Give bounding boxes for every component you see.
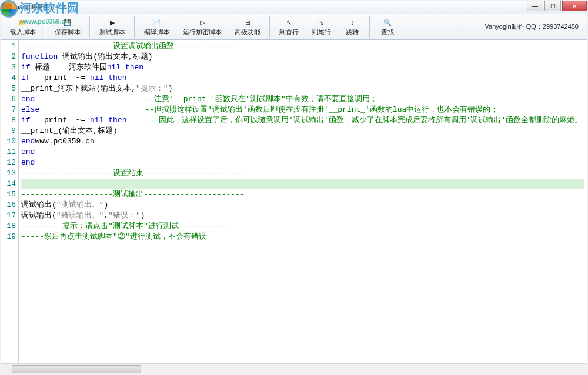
separator bbox=[369, 16, 370, 38]
goto-last-button[interactable]: ↘ 到尾行 bbox=[305, 15, 338, 38]
line-number: 10 bbox=[1, 136, 18, 147]
line-number: 6 bbox=[1, 94, 18, 105]
tool-label: 载入脚本 bbox=[10, 28, 36, 36]
compile-script-button[interactable]: 📄 编译脚本 bbox=[138, 15, 176, 38]
code-line[interactable] bbox=[21, 179, 584, 189]
line-number: 17 bbox=[1, 210, 18, 221]
play-icon: ▶ bbox=[107, 17, 118, 28]
save-script-button[interactable]: 💾 保存脚本 bbox=[48, 15, 87, 38]
editor-area: 12345678910111213141516171819 ----------… bbox=[1, 40, 587, 374]
code-line[interactable]: function 调试输出(输出文本,标题) bbox=[21, 52, 584, 62]
document-icon: 📄 bbox=[152, 17, 162, 28]
maximize-button[interactable]: ☐ bbox=[544, 1, 561, 11]
horizontal-scrollbar[interactable] bbox=[1, 363, 587, 374]
tool-label: 运行加密脚本 bbox=[183, 28, 222, 36]
arrow-top-icon: ↖ bbox=[284, 17, 295, 28]
tool-label: 到首行 bbox=[279, 28, 299, 36]
code-line[interactable]: end bbox=[21, 147, 584, 158]
code-line[interactable]: end --注意'__print_'函数只在"测试脚本"中有效，请不要直接调用； bbox=[21, 94, 584, 105]
line-number: 4 bbox=[1, 73, 18, 83]
line-number: 8 bbox=[1, 115, 18, 126]
code-editor[interactable]: 12345678910111213141516171819 ----------… bbox=[1, 40, 587, 363]
line-gutter: 12345678910111213141516171819 bbox=[1, 40, 19, 363]
code-line[interactable]: if 标题 == 河东软件园nil then bbox=[21, 62, 584, 73]
test-script-button[interactable]: ▶ 测试脚本 bbox=[93, 15, 132, 38]
close-button[interactable]: ✕ bbox=[562, 1, 587, 11]
tool-label: 到尾行 bbox=[312, 28, 331, 36]
app-window: lua编辑调试者 1.3.2 — ☐ ✕ 📂 载入脚本 💾 保存脚本 ▶ 测试脚… bbox=[1, 1, 587, 374]
toolbar: 📂 载入脚本 💾 保存脚本 ▶ 测试脚本 📄 编译脚本 ▷ 运行加密脚本 ⊞ 高… bbox=[1, 14, 587, 40]
arrow-bottom-icon: ↘ bbox=[316, 17, 327, 28]
tool-label: 编译脚本 bbox=[144, 28, 170, 36]
tool-label: 测试脚本 bbox=[99, 28, 125, 36]
code-line[interactable]: --------------------测试输出----------------… bbox=[21, 189, 584, 200]
separator bbox=[134, 16, 135, 38]
line-number: 16 bbox=[1, 200, 18, 210]
arrows-updown-icon: ↕ bbox=[347, 17, 358, 28]
code-line[interactable]: __print_(输出文本,标题) bbox=[21, 126, 584, 136]
load-script-button[interactable]: 📂 载入脚本 bbox=[4, 15, 42, 38]
app-icon bbox=[2, 3, 12, 12]
jump-button[interactable]: ↕ 跳转 bbox=[338, 15, 367, 38]
tool-label: 高级功能 bbox=[235, 28, 260, 36]
windows-icon: ⊞ bbox=[242, 17, 253, 28]
titlebar[interactable]: lua编辑调试者 1.3.2 — ☐ ✕ bbox=[1, 1, 587, 14]
line-number: 7 bbox=[1, 105, 18, 115]
code-line[interactable]: __print_河东下载站(输出文本,"提示：") bbox=[21, 83, 584, 94]
line-number: 3 bbox=[1, 62, 18, 73]
code-line[interactable]: if __print_ ~= nil then bbox=[21, 73, 584, 83]
code-line[interactable]: 调试输出("测试输出。") bbox=[21, 200, 584, 210]
line-number: 15 bbox=[1, 189, 18, 200]
separator bbox=[89, 16, 91, 38]
code-line[interactable]: 调试输出("错误输出。","错误：") bbox=[21, 210, 584, 221]
separator bbox=[45, 16, 46, 38]
find-button[interactable]: 🔍 查找 bbox=[373, 15, 402, 38]
line-number: 18 bbox=[1, 221, 18, 232]
scrollbar-thumb[interactable] bbox=[12, 365, 141, 373]
code-line[interactable]: --------------------设置调试输出函数------------… bbox=[21, 41, 584, 52]
separator bbox=[269, 16, 270, 38]
code-line[interactable]: if __print_ ~= nil then --因此，这样设置了后，你可以随… bbox=[21, 115, 584, 126]
code-line[interactable]: endwww.pc0359.cn bbox=[21, 136, 584, 147]
goto-first-button[interactable]: ↖ 到首行 bbox=[273, 15, 305, 38]
play-outline-icon: ▷ bbox=[197, 17, 208, 28]
line-number: 5 bbox=[1, 83, 18, 94]
line-number: 11 bbox=[1, 147, 18, 158]
line-number: 9 bbox=[1, 126, 18, 136]
window-title: lua编辑调试者 1.3.2 bbox=[14, 3, 71, 12]
code-line[interactable]: --------------------设置结束----------------… bbox=[21, 168, 584, 179]
line-number: 12 bbox=[1, 158, 18, 168]
tool-label: 跳转 bbox=[346, 28, 359, 36]
line-number: 13 bbox=[1, 168, 18, 179]
floppy-disk-icon: 💾 bbox=[62, 17, 73, 28]
window-controls: — ☐ ✕ bbox=[527, 1, 587, 11]
minimize-button[interactable]: — bbox=[527, 1, 543, 11]
search-icon: 🔍 bbox=[382, 17, 393, 28]
code-line[interactable]: else --但按照这样设置'调试输出'函数后即使在没有注册'__print_'… bbox=[21, 105, 584, 115]
code-content[interactable]: --------------------设置调试输出函数------------… bbox=[19, 40, 587, 363]
tool-label: 保存脚本 bbox=[55, 28, 81, 36]
code-line[interactable]: end bbox=[21, 158, 584, 168]
folder-open-icon: 📂 bbox=[18, 17, 28, 28]
run-encrypted-button[interactable]: ▷ 运行加密脚本 bbox=[176, 15, 228, 38]
line-number: 14 bbox=[1, 179, 18, 189]
tool-label: 查找 bbox=[381, 28, 394, 36]
line-number: 1 bbox=[1, 41, 18, 52]
credit-text: Vanyogin制作 QQ：2993742450 bbox=[485, 22, 579, 31]
line-number: 2 bbox=[1, 52, 18, 62]
code-line[interactable]: ---------提示：请点击"测试脚本"进行测试----------- bbox=[21, 221, 584, 232]
advanced-button[interactable]: ⊞ 高级功能 bbox=[228, 15, 267, 38]
code-line[interactable]: -----然后再点击测试脚本"②"进行测试，不会有错误 bbox=[21, 232, 584, 242]
line-number: 19 bbox=[1, 232, 18, 242]
